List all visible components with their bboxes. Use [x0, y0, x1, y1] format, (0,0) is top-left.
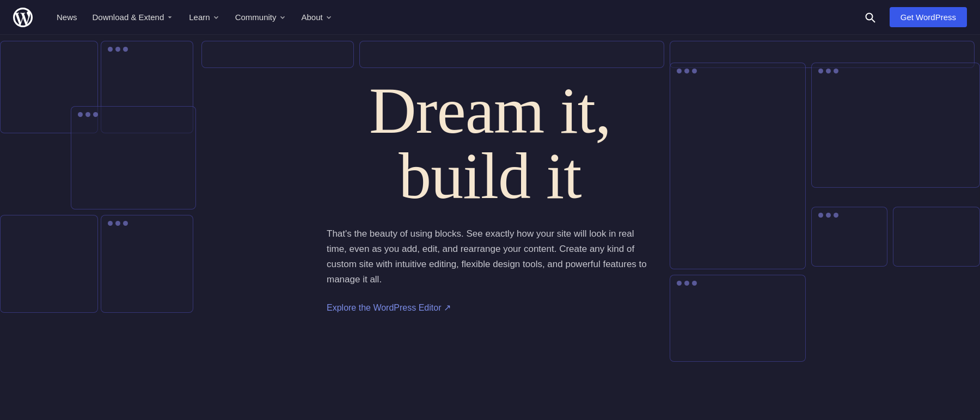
- svg-point-0: [866, 13, 872, 20]
- card-dot: [85, 112, 90, 117]
- hero-description: That's the beauty of using blocks. See e…: [327, 226, 653, 287]
- card-outline: [670, 63, 806, 269]
- card-dot: [677, 69, 682, 73]
- card-dot: [123, 47, 128, 52]
- chevron-down-icon: [212, 14, 220, 21]
- card-outline: [101, 215, 193, 313]
- card-outline: [71, 106, 196, 209]
- card-dot: [826, 213, 831, 218]
- card-dot: [108, 47, 113, 52]
- card-dot: [115, 221, 120, 226]
- card-outline: [811, 207, 887, 267]
- card-dot: [834, 213, 838, 218]
- nav-item-learn[interactable]: Learn: [182, 8, 226, 26]
- nav-item-news[interactable]: News: [50, 8, 84, 26]
- nav-item-community[interactable]: Community: [229, 8, 293, 26]
- card-dot: [692, 69, 697, 73]
- search-button[interactable]: [859, 7, 881, 28]
- hero-cta-link[interactable]: Explore the WordPress Editor ↗: [327, 302, 653, 313]
- card-dot: [684, 69, 689, 73]
- card-dot: [818, 213, 823, 218]
- card-dot: [115, 47, 120, 52]
- hero-title: Dream it, build it: [327, 78, 653, 209]
- main-nav: News Download & Extend Learn Community A…: [0, 0, 980, 35]
- hero-content: Dream it, build it That's the beauty of …: [327, 35, 653, 313]
- card-outline: [0, 215, 98, 313]
- svg-line-1: [872, 19, 875, 22]
- search-icon: [865, 12, 875, 23]
- card-dot: [818, 69, 823, 73]
- get-wordpress-button[interactable]: Get WordPress: [890, 7, 967, 27]
- card-outline: [893, 207, 980, 267]
- card-dot: [826, 69, 831, 73]
- card-dot: [692, 281, 697, 286]
- chevron-down-icon: [279, 14, 286, 21]
- card-dot: [123, 221, 128, 226]
- nav-item-about[interactable]: About: [295, 8, 339, 26]
- nav-item-download[interactable]: Download & Extend: [86, 8, 181, 26]
- chevron-down-icon: [325, 14, 333, 21]
- hero-section: Dream it, build it That's the beauty of …: [0, 0, 980, 420]
- nav-right: Get WordPress: [859, 7, 967, 28]
- card-dot: [78, 112, 83, 117]
- card-dot: [108, 221, 113, 226]
- card-dot: [93, 112, 98, 117]
- wordpress-logo[interactable]: [13, 8, 33, 27]
- card-outline: [670, 275, 806, 362]
- card-dot: [684, 281, 689, 286]
- card-dot: [677, 281, 682, 286]
- chevron-down-icon: [166, 14, 174, 21]
- nav-links: News Download & Extend Learn Community A…: [50, 8, 859, 26]
- card-outline: [811, 63, 980, 188]
- card-dot: [834, 69, 838, 73]
